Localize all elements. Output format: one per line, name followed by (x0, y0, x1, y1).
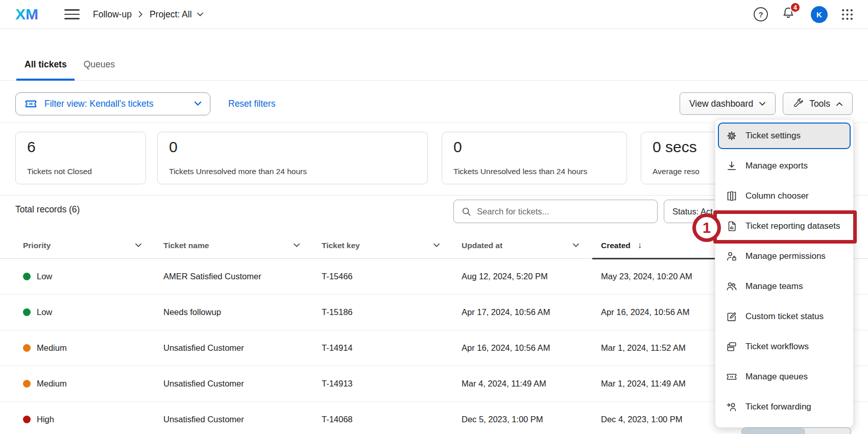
menu-item-manage-teams[interactable]: Manage teams (715, 271, 853, 301)
menu-item-column-chooser[interactable]: Column chooser (715, 181, 853, 211)
tools-menu: Ticket settings Manage exports Column ch… (715, 119, 854, 428)
filter-caret-down-icon (194, 101, 202, 106)
stat-label: Average reso (653, 167, 700, 176)
column-header-ticket-key[interactable]: Ticket key (322, 241, 462, 250)
stat-card-unresolved-more-24h: 0 Tickets Unresolved more than 24 hours (157, 132, 428, 184)
column-caret-down-icon (433, 243, 440, 248)
menu-item-custom-ticket-status[interactable]: Custom ticket status (715, 301, 853, 331)
tab-queues[interactable]: Queues (84, 49, 115, 80)
person-arrow-icon (726, 401, 738, 413)
ticket-search (453, 200, 658, 223)
workflow-icon (726, 341, 738, 353)
help-button[interactable]: ? (754, 7, 768, 21)
menu-item-manage-exports[interactable]: Manage exports (715, 151, 853, 181)
sorted-column-indicator (592, 258, 717, 259)
priority-label: Medium (37, 379, 67, 389)
edit-icon (726, 310, 738, 323)
ticket-name-cell: Unsatisfied Customer (163, 343, 322, 353)
ticket-name-cell: Unsatisfied Customer (163, 379, 322, 389)
tools-button[interactable]: Tools (783, 92, 853, 115)
breadcrumb-section[interactable]: Follow-up (93, 9, 132, 20)
priority-dot (23, 380, 31, 388)
created-cell: Mar 1, 2024, 11:49 AM (601, 379, 734, 389)
people-icon (726, 280, 738, 293)
topbar: XM Follow-up Project: All ? (0, 0, 868, 29)
breadcrumb: Follow-up Project: All (93, 9, 204, 20)
tab-all-tickets[interactable]: All tickets (25, 49, 67, 80)
app-root: XM Follow-up Project: All ? (0, 0, 868, 434)
column-header-created[interactable]: Created ↓ (601, 240, 734, 251)
updated-at-cell: Dec 5, 2023, 1:00 PM (462, 415, 601, 424)
filter-view-dropdown[interactable]: Filter view: Kendall's tickets (15, 92, 210, 115)
ticket-name-cell: Needs followup (163, 307, 322, 317)
scrollbar-thumb[interactable] (742, 428, 805, 434)
created-cell: Apr 16, 2024, 10:56 AM (601, 307, 734, 317)
search-input[interactable] (477, 207, 650, 216)
filter-row: Filter view: Kendall's tickets Reset fil… (15, 85, 853, 123)
priority-dot (23, 344, 31, 352)
tools-label: Tools (809, 99, 830, 109)
search-icon (461, 206, 472, 217)
ticket-name-cell: Unsatisfied Customer (163, 415, 322, 424)
column-caret-down-icon (135, 243, 142, 248)
menu-item-ticket-workflows[interactable]: Ticket workflows (715, 331, 853, 361)
breadcrumb-project-dropdown[interactable]: Project: All (150, 9, 204, 20)
app-grid-button[interactable] (841, 8, 854, 21)
menu-item-ticket-settings[interactable]: Ticket settings (718, 123, 851, 149)
menu-item-label: Ticket forwarding (745, 402, 811, 412)
created-cell: Dec 4, 2023, 1:00 PM (601, 415, 734, 424)
xm-logo-text: XM (15, 6, 38, 22)
column-header-priority[interactable]: Priority (23, 241, 163, 250)
stat-label: Tickets Unresolved less than 24 hours (453, 167, 587, 176)
menu-item-label: Ticket reporting datasets (745, 221, 840, 231)
notifications-button[interactable]: 4 (781, 6, 795, 22)
menu-item-label: Manage queues (745, 372, 808, 382)
view-dashboard-caret-down-icon (759, 102, 766, 106)
priority-dot (23, 308, 31, 316)
tools-caret-up-icon (836, 102, 843, 106)
ticket-icon (24, 97, 38, 111)
report-document-icon (726, 220, 738, 232)
stat-label: Tickets not Closed (27, 167, 92, 176)
column-header-updated-at[interactable]: Updated at (462, 241, 601, 250)
reset-filters-link[interactable]: Reset filters (228, 99, 275, 109)
total-records-label: Total records (6) (15, 204, 80, 215)
scrollbar[interactable] (741, 427, 851, 434)
project-caret-down-icon (197, 12, 204, 17)
menu-item-label: Manage teams (745, 281, 803, 292)
column-caret-down-icon (572, 243, 580, 248)
priority-label: High (37, 415, 54, 424)
ticket-key-cell: T-15466 (322, 272, 462, 281)
sort-descending-icon: ↓ (638, 240, 642, 251)
breadcrumb-project-label: Project: All (150, 9, 192, 20)
menu-item-manage-queues[interactable]: Manage queues (715, 361, 853, 392)
stat-value: 6 (27, 138, 134, 156)
columns-icon (726, 190, 738, 202)
gear-icon (726, 130, 738, 142)
column-header-ticket-name[interactable]: Ticket name (163, 241, 322, 250)
menu-item-label: Ticket workflows (745, 342, 809, 352)
updated-at-cell: Apr 17, 2024, 10:56 AM (462, 307, 601, 317)
tab-bar: All tickets Queues (0, 49, 868, 81)
menu-item-label: Manage permissions (745, 251, 826, 261)
view-dashboard-button[interactable]: View dashboard (680, 92, 776, 115)
xm-logo[interactable]: XM (15, 6, 47, 23)
menu-item-label: Column chooser (745, 191, 809, 201)
stat-value: 0 (169, 138, 416, 156)
updated-at-cell: Apr 16, 2024, 10:56 AM (462, 343, 601, 353)
ticket-key-cell: T-15186 (322, 307, 462, 317)
priority-dot (23, 416, 31, 423)
menu-item-ticket-forwarding[interactable]: Ticket forwarding (715, 392, 853, 422)
created-cell: May 23, 2024, 10:20 AM (601, 272, 734, 281)
menu-item-manage-permissions[interactable]: Manage permissions (715, 241, 853, 271)
view-dashboard-label: View dashboard (689, 99, 753, 109)
menu-item-ticket-reporting-datasets[interactable]: Ticket reporting datasets (715, 211, 853, 241)
waffle-grid-icon (841, 8, 854, 21)
menu-item-label: Manage exports (745, 161, 808, 171)
ticket-name-cell: AMER Satisfied Customer (163, 272, 322, 281)
hamburger-menu-icon[interactable] (64, 9, 80, 19)
person-lock-icon (726, 250, 738, 262)
priority-label: Low (37, 307, 52, 317)
ticket-key-cell: T-14913 (322, 379, 462, 389)
avatar[interactable]: K (811, 6, 828, 23)
